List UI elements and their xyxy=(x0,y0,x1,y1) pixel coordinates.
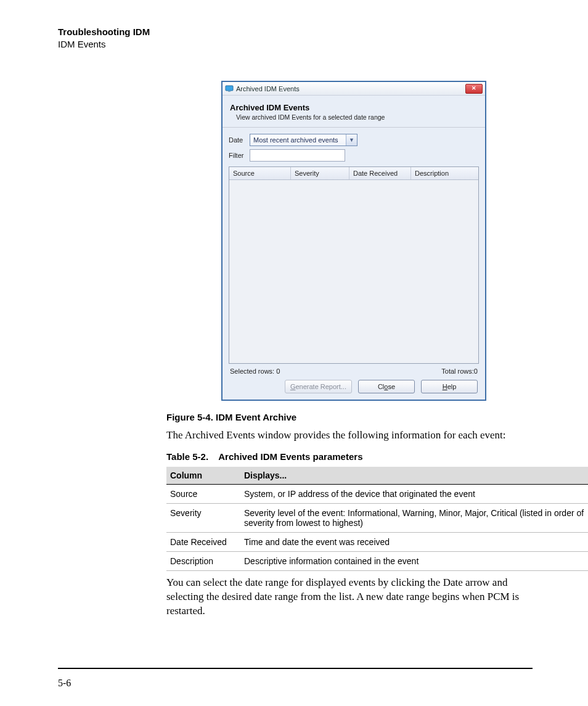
dialog-titlebar: Archived IDM Events ✕ xyxy=(223,82,485,96)
filter-input[interactable] xyxy=(250,149,345,162)
dialog-window-title: Archived IDM Events xyxy=(236,85,465,92)
column-description[interactable]: Description xyxy=(411,167,478,179)
footer-rule xyxy=(58,668,533,669)
date-combobox-value: Most recent archived events xyxy=(250,136,346,144)
archived-events-dialog: Archived IDM Events ✕ Archived IDM Event… xyxy=(221,81,486,401)
table-row: Date Received Time and date the event wa… xyxy=(166,532,588,551)
page-header-subtitle: IDM Events xyxy=(58,38,533,51)
events-table-header: Source Severity Date Received Descriptio… xyxy=(229,167,478,180)
close-button[interactable]: Close xyxy=(358,380,415,393)
date-combobox[interactable]: Most recent archived events ▼ xyxy=(250,134,357,146)
close-icon[interactable]: ✕ xyxy=(465,84,483,94)
help-button[interactable]: Help xyxy=(421,380,478,393)
events-table: Source Severity Date Received Descriptio… xyxy=(229,166,479,364)
filter-label: Filter xyxy=(229,152,250,159)
monitor-icon xyxy=(225,85,234,92)
page-header-title: Troubleshooting IDM xyxy=(58,26,533,38)
chevron-down-icon[interactable]: ▼ xyxy=(346,134,357,146)
table-caption: Table 5-2. Archived IDM Events parameter… xyxy=(166,451,533,462)
divider xyxy=(223,127,485,128)
total-rows-status: Total rows:0 xyxy=(441,367,478,375)
param-table-head-column: Column xyxy=(166,467,240,485)
selected-rows-status: Selected rows: 0 xyxy=(230,367,280,375)
dialog-subheading: View archived IDM Events for a selected … xyxy=(236,113,478,121)
table-row: Severity Severity level of the event: In… xyxy=(166,503,588,532)
parameters-table: Column Displays... Source System, or IP … xyxy=(166,467,588,571)
date-label: Date xyxy=(229,136,250,144)
param-table-head-displays: Displays... xyxy=(240,467,588,485)
events-table-body xyxy=(229,180,478,363)
dialog-heading: Archived IDM Events xyxy=(230,103,478,112)
column-date-received[interactable]: Date Received xyxy=(349,167,411,179)
table-row: Description Descriptive information cont… xyxy=(166,551,588,570)
table-row: Source System, or IP address of the devi… xyxy=(166,484,588,503)
column-severity[interactable]: Severity xyxy=(291,167,349,179)
figure-caption: Figure 5-4. IDM Event Archive xyxy=(166,412,533,422)
svg-rect-0 xyxy=(226,86,233,91)
generate-report-button[interactable]: Generate Report... xyxy=(285,380,352,393)
intro-paragraph: The Archived Events window provides the … xyxy=(166,429,533,443)
svg-rect-1 xyxy=(228,91,231,92)
after-paragraph: You can select the date range for displa… xyxy=(166,576,533,618)
column-source[interactable]: Source xyxy=(229,167,291,179)
page-number: 5-6 xyxy=(58,678,71,689)
